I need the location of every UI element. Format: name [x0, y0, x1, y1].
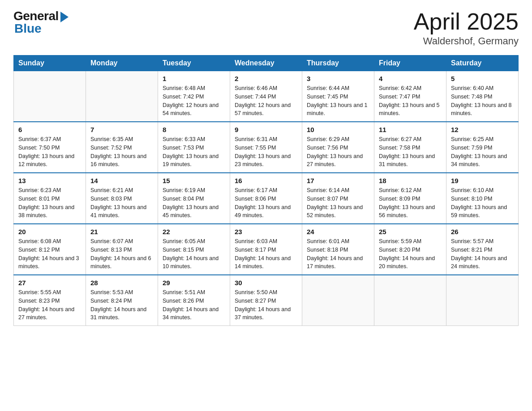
day-number: 15	[163, 177, 225, 184]
day-info: Sunrise: 5:55 AMSunset: 8:23 PMDaylight:…	[18, 288, 81, 322]
day-number: 13	[18, 177, 81, 184]
day-number: 28	[90, 279, 153, 287]
calendar-cell	[86, 71, 158, 122]
calendar-cell: 28Sunrise: 5:53 AMSunset: 8:24 PMDayligh…	[86, 275, 158, 326]
day-number: 20	[18, 228, 81, 235]
weekday-header-saturday: Saturday	[446, 56, 519, 71]
day-info: Sunrise: 6:14 AMSunset: 8:07 PMDaylight:…	[307, 186, 369, 220]
calendar-cell: 12Sunrise: 6:25 AMSunset: 7:59 PMDayligh…	[446, 122, 519, 173]
calendar-cell: 2Sunrise: 6:46 AMSunset: 7:44 PMDaylight…	[230, 71, 302, 122]
logo-arrow-icon	[60, 12, 69, 22]
day-info: Sunrise: 5:59 AMSunset: 8:20 PMDaylight:…	[379, 237, 442, 271]
day-number: 8	[163, 126, 225, 133]
day-number: 27	[18, 279, 81, 287]
calendar-cell: 20Sunrise: 6:08 AMSunset: 8:12 PMDayligh…	[14, 224, 86, 275]
day-number: 18	[379, 177, 442, 184]
calendar-week-row: 1Sunrise: 6:48 AMSunset: 7:42 PMDaylight…	[14, 71, 519, 122]
day-info: Sunrise: 6:37 AMSunset: 7:50 PMDaylight:…	[18, 135, 81, 169]
day-info: Sunrise: 6:03 AMSunset: 8:17 PMDaylight:…	[235, 237, 297, 271]
calendar-cell: 23Sunrise: 6:03 AMSunset: 8:17 PMDayligh…	[230, 224, 302, 275]
day-info: Sunrise: 5:53 AMSunset: 8:24 PMDaylight:…	[90, 288, 153, 322]
day-number: 19	[451, 177, 514, 184]
day-number: 2	[235, 75, 297, 82]
day-info: Sunrise: 6:19 AMSunset: 8:04 PMDaylight:…	[163, 186, 225, 220]
day-number: 14	[90, 177, 153, 184]
calendar-cell: 27Sunrise: 5:55 AMSunset: 8:23 PMDayligh…	[14, 275, 86, 326]
day-number: 21	[90, 228, 153, 235]
weekday-header-row: SundayMondayTuesdayWednesdayThursdayFrid…	[14, 56, 519, 71]
day-number: 22	[163, 228, 225, 235]
calendar-cell: 7Sunrise: 6:35 AMSunset: 7:52 PMDaylight…	[86, 122, 158, 173]
day-number: 26	[451, 228, 514, 235]
calendar-cell	[14, 71, 86, 122]
logo-blue-text: Blue	[14, 21, 42, 36]
calendar-cell: 29Sunrise: 5:51 AMSunset: 8:26 PMDayligh…	[158, 275, 230, 326]
calendar-cell: 24Sunrise: 6:01 AMSunset: 8:18 PMDayligh…	[302, 224, 374, 275]
day-info: Sunrise: 6:33 AMSunset: 7:53 PMDaylight:…	[163, 135, 225, 169]
day-number: 6	[18, 126, 81, 133]
calendar-week-row: 6Sunrise: 6:37 AMSunset: 7:50 PMDaylight…	[14, 122, 519, 173]
day-info: Sunrise: 6:29 AMSunset: 7:56 PMDaylight:…	[307, 135, 369, 169]
calendar-week-row: 20Sunrise: 6:08 AMSunset: 8:12 PMDayligh…	[14, 224, 519, 275]
calendar-cell	[302, 275, 374, 326]
calendar-week-row: 27Sunrise: 5:55 AMSunset: 8:23 PMDayligh…	[14, 275, 519, 326]
calendar-cell: 30Sunrise: 5:50 AMSunset: 8:27 PMDayligh…	[230, 275, 302, 326]
calendar-cell: 25Sunrise: 5:59 AMSunset: 8:20 PMDayligh…	[374, 224, 446, 275]
calendar-cell: 4Sunrise: 6:42 AMSunset: 7:47 PMDaylight…	[374, 71, 446, 122]
day-info: Sunrise: 6:01 AMSunset: 8:18 PMDaylight:…	[307, 237, 369, 271]
calendar-cell: 8Sunrise: 6:33 AMSunset: 7:53 PMDaylight…	[158, 122, 230, 173]
calendar-cell: 11Sunrise: 6:27 AMSunset: 7:58 PMDayligh…	[374, 122, 446, 173]
calendar-cell: 5Sunrise: 6:40 AMSunset: 7:48 PMDaylight…	[446, 71, 519, 122]
day-info: Sunrise: 6:46 AMSunset: 7:44 PMDaylight:…	[235, 84, 297, 118]
day-number: 25	[379, 228, 442, 235]
calendar-cell: 18Sunrise: 6:12 AMSunset: 8:09 PMDayligh…	[374, 173, 446, 224]
calendar-cell: 6Sunrise: 6:37 AMSunset: 7:50 PMDaylight…	[14, 122, 86, 173]
calendar-cell: 3Sunrise: 6:44 AMSunset: 7:45 PMDaylight…	[302, 71, 374, 122]
calendar-cell: 10Sunrise: 6:29 AMSunset: 7:56 PMDayligh…	[302, 122, 374, 173]
title-block: April 2025 Waldershof, Germany	[414, 9, 519, 47]
calendar-cell: 21Sunrise: 6:07 AMSunset: 8:13 PMDayligh…	[86, 224, 158, 275]
calendar-cell: 19Sunrise: 6:10 AMSunset: 8:10 PMDayligh…	[446, 173, 519, 224]
calendar-cell: 13Sunrise: 6:23 AMSunset: 8:01 PMDayligh…	[14, 173, 86, 224]
day-info: Sunrise: 5:50 AMSunset: 8:27 PMDaylight:…	[235, 288, 297, 322]
calendar-cell: 17Sunrise: 6:14 AMSunset: 8:07 PMDayligh…	[302, 173, 374, 224]
day-info: Sunrise: 6:44 AMSunset: 7:45 PMDaylight:…	[307, 84, 369, 118]
calendar-cell: 15Sunrise: 6:19 AMSunset: 8:04 PMDayligh…	[158, 173, 230, 224]
day-info: Sunrise: 6:40 AMSunset: 7:48 PMDaylight:…	[451, 84, 514, 118]
day-info: Sunrise: 6:25 AMSunset: 7:59 PMDaylight:…	[451, 135, 514, 169]
day-info: Sunrise: 6:31 AMSunset: 7:55 PMDaylight:…	[235, 135, 297, 169]
weekday-header-tuesday: Tuesday	[158, 56, 230, 71]
weekday-header-monday: Monday	[86, 56, 158, 71]
day-info: Sunrise: 6:10 AMSunset: 8:10 PMDaylight:…	[451, 186, 514, 220]
day-number: 30	[235, 279, 297, 287]
calendar-cell: 1Sunrise: 6:48 AMSunset: 7:42 PMDaylight…	[158, 71, 230, 122]
weekday-header-sunday: Sunday	[14, 56, 86, 71]
day-number: 10	[307, 126, 369, 133]
day-info: Sunrise: 6:48 AMSunset: 7:42 PMDaylight:…	[163, 84, 225, 118]
day-number: 3	[307, 75, 369, 82]
calendar-title: April 2025	[414, 9, 519, 34]
day-info: Sunrise: 6:27 AMSunset: 7:58 PMDaylight:…	[379, 135, 442, 169]
day-number: 16	[235, 177, 297, 184]
logo: General Blue	[13, 9, 69, 36]
calendar-cell: 14Sunrise: 6:21 AMSunset: 8:03 PMDayligh…	[86, 173, 158, 224]
day-info: Sunrise: 6:23 AMSunset: 8:01 PMDaylight:…	[18, 186, 81, 220]
calendar-week-row: 13Sunrise: 6:23 AMSunset: 8:01 PMDayligh…	[14, 173, 519, 224]
day-number: 4	[379, 75, 442, 82]
day-number: 5	[451, 75, 514, 82]
page-header: General Blue April 2025 Waldershof, Germ…	[13, 9, 519, 47]
day-number: 17	[307, 177, 369, 184]
calendar-table: SundayMondayTuesdayWednesdayThursdayFrid…	[13, 55, 519, 326]
day-info: Sunrise: 6:21 AMSunset: 8:03 PMDaylight:…	[90, 186, 153, 220]
weekday-header-thursday: Thursday	[302, 56, 374, 71]
day-info: Sunrise: 6:08 AMSunset: 8:12 PMDaylight:…	[18, 237, 81, 271]
calendar-cell: 16Sunrise: 6:17 AMSunset: 8:06 PMDayligh…	[230, 173, 302, 224]
day-info: Sunrise: 6:12 AMSunset: 8:09 PMDaylight:…	[379, 186, 442, 220]
day-info: Sunrise: 5:51 AMSunset: 8:26 PMDaylight:…	[163, 288, 225, 322]
day-number: 9	[235, 126, 297, 133]
day-number: 11	[379, 126, 442, 133]
calendar-location: Waldershof, Germany	[414, 35, 519, 47]
day-info: Sunrise: 5:57 AMSunset: 8:21 PMDaylight:…	[451, 237, 514, 271]
day-number: 12	[451, 126, 514, 133]
day-info: Sunrise: 6:35 AMSunset: 7:52 PMDaylight:…	[90, 135, 153, 169]
